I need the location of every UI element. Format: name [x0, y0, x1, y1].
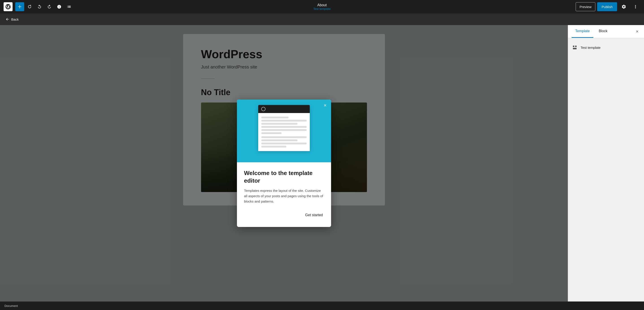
- skeleton-line: [261, 126, 307, 128]
- back-label: Back: [11, 17, 18, 21]
- settings-button[interactable]: [619, 2, 629, 12]
- back-button[interactable]: Back: [6, 17, 18, 21]
- publish-button[interactable]: Publish: [597, 2, 617, 11]
- get-started-button[interactable]: Get started: [304, 211, 324, 219]
- main-area: WordPress Just another WordPress site No…: [0, 25, 644, 302]
- modal-preview-topbar: [258, 105, 310, 113]
- modal-description: Templates express the layout of the site…: [244, 188, 324, 204]
- status-label: Document: [4, 304, 18, 308]
- modal-preview: ×: [237, 100, 331, 162]
- wp-logo[interactable]: [4, 2, 12, 11]
- tab-template[interactable]: Template: [572, 25, 593, 38]
- page-title: About: [313, 3, 331, 7]
- panel-tabs: Template Block ×: [568, 25, 644, 38]
- svg-rect-0: [573, 46, 574, 47]
- preview-button[interactable]: Preview: [576, 2, 595, 11]
- modal-title: Welcome to the template editor: [244, 169, 324, 185]
- modal-close-button[interactable]: ×: [322, 102, 329, 109]
- modal-overlay: × Welcome to the template editor Templat…: [0, 25, 568, 302]
- panel-content: Test template: [568, 38, 644, 302]
- list-view-button[interactable]: [64, 2, 74, 11]
- status-bar: Document: [0, 302, 644, 310]
- template-icon: [572, 44, 578, 51]
- template-row: Test template: [572, 42, 640, 52]
- skeleton-line: [261, 143, 307, 144]
- undo-button[interactable]: [35, 2, 44, 11]
- template-name: Test template: [580, 46, 600, 49]
- skeleton-line: [261, 132, 282, 134]
- skeleton-line: [261, 120, 307, 122]
- skeleton-line: [261, 123, 298, 125]
- tab-block[interactable]: Block: [595, 25, 611, 38]
- svg-rect-2: [573, 48, 577, 49]
- toolbar-center: About Test template: [313, 3, 331, 10]
- redo-button[interactable]: [45, 2, 54, 11]
- tools-button[interactable]: [25, 2, 34, 11]
- skeleton-line: [261, 117, 288, 118]
- more-options-button[interactable]: [630, 2, 640, 12]
- panel-close-button[interactable]: ×: [634, 27, 640, 36]
- close-icon: ×: [324, 103, 326, 108]
- welcome-modal: × Welcome to the template editor Templat…: [237, 100, 331, 227]
- modal-preview-content: [258, 113, 310, 151]
- toolbar-right: Preview Publish: [576, 2, 640, 12]
- modal-preview-window: [258, 105, 310, 151]
- skeleton-line: [261, 146, 286, 148]
- modal-body: Welcome to the template editor Templates…: [237, 162, 331, 227]
- page-subtitle[interactable]: Test template: [313, 7, 331, 10]
- skeleton-line: [261, 129, 307, 131]
- modal-footer: Get started: [244, 211, 324, 221]
- right-panel: Template Block × Test template: [568, 25, 644, 302]
- info-button[interactable]: [55, 2, 64, 11]
- add-block-button[interactable]: [15, 2, 24, 11]
- skeleton-line: [261, 140, 298, 141]
- skeleton-line: [261, 136, 307, 138]
- svg-rect-1: [575, 46, 576, 47]
- top-toolbar: About Test template Preview Publish: [0, 0, 644, 13]
- canvas-area: WordPress Just another WordPress site No…: [0, 25, 568, 302]
- secondary-bar: Back: [0, 13, 644, 25]
